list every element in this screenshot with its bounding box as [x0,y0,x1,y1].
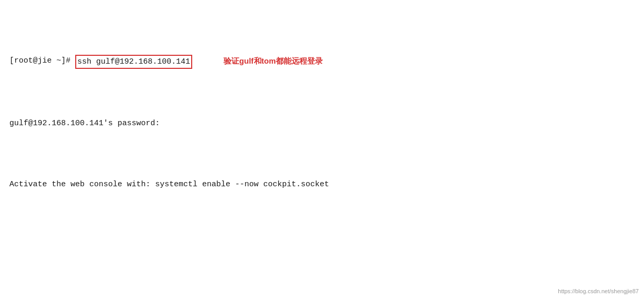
line-4-empty [9,239,635,251]
line-2: gulf@192.168.100.141's password: [9,117,635,129]
line-3-text: Activate the web console with: systemctl… [9,180,329,189]
line-1-prefix: [root@jie ~]# [9,55,75,67]
line-2-text: gulf@192.168.100.141's password: [9,119,160,128]
line-1-highlight: ssh gulf@192.168.100.141 [75,55,192,69]
watermark: https://blog.csdn.net/shengjie87 [558,287,639,296]
annotation-gulf-tom: 验证gulf和tom都能远程登录 [224,55,323,67]
line-1: [root@jie ~]# ssh gulf@192.168.100.141验证… [9,55,635,69]
terminal-output: [root@jie ~]# ssh gulf@192.168.100.141验证… [9,6,635,300]
line-3: Activate the web console with: systemctl… [9,178,635,190]
